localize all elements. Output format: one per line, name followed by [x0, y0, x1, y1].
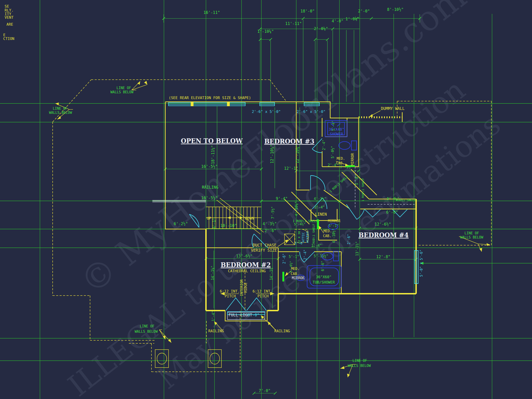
line-of-walls-below-label: WALLS BELOW [49, 111, 72, 115]
railing-label: RAILING [208, 329, 224, 333]
interior-ridge-label: RIDGE [244, 282, 248, 293]
dim-label: 1'-10¼" [257, 29, 274, 34]
line-of-walls-below-label: LINE OF [116, 86, 131, 90]
dim-label: 4'-3½" [263, 222, 277, 226]
dim-label: 5'-11½" [314, 254, 328, 258]
dim-label: 2'-6" [295, 241, 304, 245]
med-cab-label: MED. [291, 267, 299, 271]
dim-label: 18'-0" [300, 9, 315, 13]
dim-label: 9'-4" [276, 196, 287, 201]
dim-label: 1'-4" [211, 311, 215, 321]
shower-label: 36"X48" [329, 127, 344, 132]
med-cab-label: CAB. [291, 272, 299, 276]
dim-label: 1'-4" [331, 120, 336, 131]
dim-label: 2'-6" [264, 228, 276, 233]
dim-label: 5'-4½" [294, 222, 306, 226]
pitch-label: 6:12 INT. [220, 289, 240, 293]
pitch-label: PITCH [225, 294, 236, 298]
med-cab-label: CAB. [323, 234, 331, 238]
dim-label: 12'-10¼" [295, 145, 300, 164]
dim-label: 13'-1½" [355, 241, 359, 256]
med-cab-label: MED. [337, 157, 345, 161]
window-size-label: 5'-0" x 5'-6" [419, 250, 424, 277]
dim-label: 7'-9½" [340, 165, 353, 169]
dim-label: 12'-1" [284, 166, 298, 171]
grid-lines [0, 0, 532, 399]
dim-label: 2'-4" [314, 205, 325, 209]
dim-label: 1'-0½" [345, 17, 360, 21]
dim-label: 12'-6½" [374, 222, 391, 227]
rod-shelf-label: ROD\1 SHELF [396, 198, 416, 202]
room-name: BEDROOM #4 [359, 232, 409, 239]
stair-down-label: DOWN [245, 216, 254, 221]
cathedral-ceiling-label: CATHEDRAL CEILING [228, 269, 266, 273]
dim-label: 13'-6½" [236, 254, 253, 258]
mirror-label: MIRROR [292, 276, 304, 280]
window-size-label: 2'-6" x 5'-0" [252, 109, 280, 114]
dim-label: 2'-6" [347, 234, 351, 244]
attic-access-label: ATTIC [301, 232, 305, 242]
window-mullion [191, 102, 194, 106]
stair-up-label: UP [207, 216, 211, 221]
dim-label: 5'-1" [328, 224, 339, 228]
dim-label: 4'-0" [332, 19, 343, 23]
linen-label: LINEN [315, 212, 327, 217]
note-fragment: VENT [5, 15, 14, 20]
tub-shower-label: TUB/SHOWER [313, 280, 335, 285]
down-arrow [240, 216, 243, 219]
note-fragment: ARE [6, 22, 13, 26]
mirror-label: MIRROR [328, 219, 341, 223]
rod-shelf-label: 1 ROD\1 SHELF [361, 178, 365, 202]
dim-label: 2'-4" [328, 163, 338, 167]
up-arrow [228, 216, 231, 219]
line-of-walls-below-label: WALLS BELOW [110, 90, 133, 94]
med-cab-label: MED. [323, 229, 332, 233]
attic-access-label: ACCESS [305, 231, 309, 243]
dim-label: 16'-5½" [201, 196, 218, 200]
dim-label: 6'-2½" [174, 222, 188, 226]
mirror-highlight [282, 272, 284, 281]
dim-label: 12'-8" [376, 254, 390, 259]
dummy-wall-label: DUMMY WALL [381, 106, 405, 111]
room-name: OPEN TO BELOW [181, 137, 243, 145]
floor-plan-canvas: © MyHomeFloorPlans.comILLEGAL to use for… [0, 0, 532, 399]
dim-label: 5'-1" [289, 255, 299, 259]
interior-ridge-label: INTERIOR [240, 279, 244, 296]
dim-label: 4'-3½" [314, 197, 326, 201]
dim-label: 8'-10½" [387, 7, 404, 12]
dim-label: 4'-10½" [332, 228, 336, 243]
dim-label: 5'-0½" [331, 146, 335, 158]
line-of-walls-below-label: LINE OF [53, 107, 67, 111]
pitch-label: 6:12 INT. [253, 289, 273, 293]
dim-label: 10'-10" [220, 223, 237, 228]
dim-label: 4'-1" [212, 218, 216, 228]
duct-chase-label: DUCT CHASE [253, 243, 276, 247]
dim-label: 5'-8" [355, 175, 359, 185]
line-of-walls-below-label: WALLS BELOW [348, 364, 371, 368]
pitch-label: PITCH [257, 294, 269, 298]
dim-label: 14'-1¼" [211, 266, 215, 280]
dim-label: 6'-0" [386, 210, 398, 215]
dim-label: 6'-6" [321, 261, 325, 271]
dim-label: 2'-4" [322, 140, 326, 150]
dim-label: 2'-0" [358, 9, 370, 13]
floor-plan-svg: © MyHomeFloorPlans.comILLEGAL to use for… [0, 0, 532, 399]
dim-label: 4'-10¼" [294, 201, 298, 216]
dim-label: 16'-11" [203, 10, 220, 15]
dim-label: 2'-0¼" [314, 26, 328, 31]
line-of-walls-below-label: LINE OF [464, 231, 479, 235]
dim-label: 7'-5½" [271, 206, 275, 219]
dim-label: 2'-6" [282, 253, 286, 264]
dim-label: 2'-4" [311, 244, 322, 248]
dim-label: 12'-10¼" [270, 145, 274, 164]
dim-label: 18'-11¼" [211, 145, 215, 164]
tub-shower-label: 36"X60" [316, 275, 331, 279]
line-of-walls-below-label: LINE OF [352, 359, 367, 363]
line-of-walls-below-label: WALLS BELOW [460, 235, 483, 240]
rear-elevation-note: (SEE REAR ELEVATION FOR SIZE & SHAPE) [169, 95, 251, 100]
railing-label: RAILING [274, 329, 290, 333]
room-name: BEDROOM #2 [221, 261, 271, 269]
window-mullion [227, 102, 230, 106]
window-size-label: 2'-6" x 5'-0" [297, 109, 325, 114]
mirror-label: MIRROR [350, 153, 355, 165]
